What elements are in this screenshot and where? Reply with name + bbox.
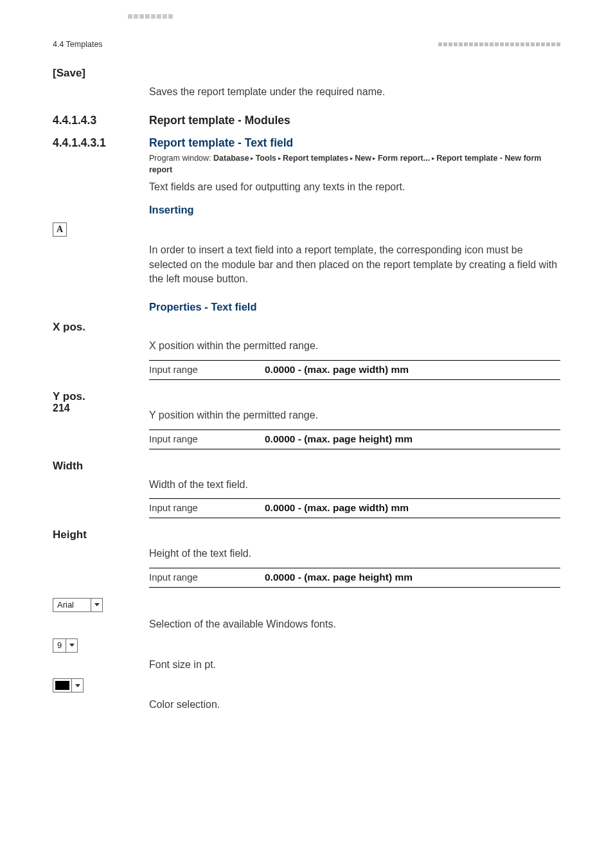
page-number: 214 xyxy=(53,402,70,414)
footer-decoration xyxy=(75,0,613,842)
